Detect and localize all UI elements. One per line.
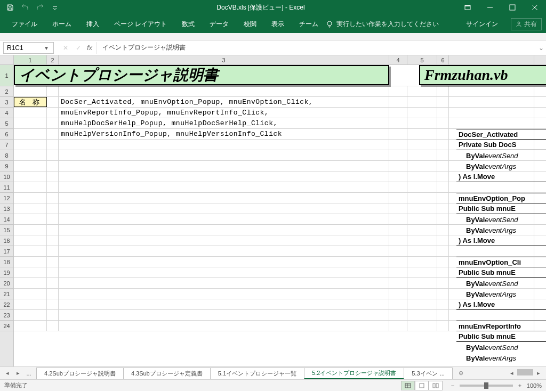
- tab-insert[interactable]: 挿入: [79, 15, 107, 33]
- col-header[interactable]: 6: [437, 55, 449, 64]
- sheet-tab-active[interactable]: 5.2イベントプロシージャ説明書: [304, 368, 404, 379]
- row-header[interactable]: 15: [0, 225, 13, 235]
- qat-customize-icon[interactable]: [48, 2, 62, 13]
- hscroll-left-icon[interactable]: ◂: [508, 369, 516, 378]
- tab-list-ellipsis[interactable]: ...: [25, 369, 33, 378]
- view-pagelayout-button[interactable]: [415, 381, 429, 390]
- tab-formulas[interactable]: 数式: [174, 15, 202, 33]
- person-icon: [516, 21, 522, 27]
- body-line: mnuEnvReportInfo_Popup, mnuEnvReportInfo…: [59, 108, 389, 118]
- code-block: mnuEnvOption_PopPublic Sub mnuEByVal eve…: [456, 193, 546, 246]
- save-button[interactable]: [3, 2, 17, 13]
- window-controls: [456, 0, 546, 15]
- close-button[interactable]: [524, 0, 546, 15]
- row-header[interactable]: 2: [0, 86, 13, 97]
- col-header[interactable]: 1: [14, 55, 47, 64]
- row-header[interactable]: 1: [0, 65, 13, 86]
- col-header[interactable]: 5: [407, 55, 437, 64]
- minimize-button[interactable]: [479, 0, 501, 15]
- tab-view[interactable]: 表示: [264, 15, 292, 33]
- ribbon-tabs: ファイル ホーム 挿入 ページ レイアウト 数式 データ 校閲 表示 チーム 実…: [0, 15, 546, 33]
- add-sheet-button[interactable]: ⊕: [455, 370, 467, 377]
- tab-file[interactable]: ファイル: [4, 15, 45, 33]
- name-box[interactable]: R1C1 ▾: [3, 42, 54, 54]
- module-title: Frmzuhan.vb: [419, 65, 546, 85]
- row-header[interactable]: 23: [0, 310, 13, 321]
- tab-review[interactable]: 校閲: [236, 15, 264, 33]
- view-pagebreak-button[interactable]: [429, 381, 443, 390]
- maximize-button[interactable]: [501, 0, 524, 15]
- formula-bar-expand-icon[interactable]: ⌄: [536, 44, 546, 52]
- fx-icon[interactable]: fx: [85, 44, 94, 52]
- enter-formula-button[interactable]: ✓: [72, 42, 85, 54]
- row-header[interactable]: 7: [0, 140, 13, 150]
- signin-button[interactable]: サインイン: [459, 15, 505, 33]
- row-header[interactable]: 3: [0, 97, 13, 108]
- code-signature: Private Sub DocS: [456, 140, 546, 150]
- row-header[interactable]: 20: [0, 278, 13, 289]
- redo-button[interactable]: [33, 2, 47, 13]
- row-header[interactable]: 11: [0, 182, 13, 193]
- hscroll-right-icon[interactable]: ▸: [534, 369, 543, 378]
- zoom-out-button[interactable]: −: [449, 382, 456, 389]
- zoom-slider[interactable]: [460, 385, 513, 387]
- sheet-tab[interactable]: 4.2Subプロシージャ説明書: [36, 368, 124, 379]
- cancel-formula-button[interactable]: ✕: [59, 42, 72, 54]
- code-block: mnuEnvReportInfoPublic Sub mnuEByVal eve…: [456, 321, 546, 363]
- row-header[interactable]: 8: [0, 150, 13, 161]
- code-end: ) As l.Move: [456, 235, 546, 246]
- col-header[interactable]: 3: [59, 55, 389, 64]
- tab-scroll-first-icon[interactable]: ◂: [3, 369, 12, 378]
- row-header[interactable]: 4: [0, 108, 13, 118]
- row-header[interactable]: 13: [0, 203, 13, 214]
- hscroll-thumb[interactable]: [517, 369, 533, 375]
- col-header[interactable]: [449, 55, 534, 64]
- row-header[interactable]: 24: [0, 321, 13, 331]
- col-header[interactable]: 4: [389, 55, 407, 64]
- row-header[interactable]: 19: [0, 267, 13, 278]
- code-header: mnuEnvOption_Cli: [456, 257, 546, 267]
- col-header[interactable]: 2: [47, 55, 59, 64]
- name-box-dropdown-icon[interactable]: ▾: [43, 44, 50, 52]
- code-line: ByVal eventArgs: [456, 353, 546, 363]
- tab-pagelayout[interactable]: ページ レイアウト: [107, 15, 174, 33]
- row-header[interactable]: 18: [0, 257, 13, 267]
- svg-point-4: [327, 21, 332, 26]
- tab-team[interactable]: チーム: [292, 15, 326, 33]
- sheet-tab[interactable]: 5.3イベン ...: [404, 368, 452, 379]
- cell-grid[interactable]: イベントプロシージャ説明書 Frmzuhan.vb 名 称 DocSer_Act…: [14, 65, 546, 366]
- tab-scroll-prev-icon[interactable]: ▸: [14, 369, 22, 378]
- row-header[interactable]: 6: [0, 129, 13, 140]
- formula-input[interactable]: イベントプロシージャ説明書: [97, 42, 536, 54]
- tell-me-search[interactable]: 実行したい作業を入力してください: [326, 20, 439, 29]
- sheet-tab[interactable]: 5.1イベントプロシージャ一覧: [210, 368, 304, 379]
- row-header[interactable]: 16: [0, 235, 13, 246]
- row-header[interactable]: 12: [0, 193, 13, 203]
- ribbon-display-button[interactable]: [456, 0, 479, 15]
- row-header[interactable]: 17: [0, 246, 13, 257]
- view-normal-button[interactable]: [401, 381, 415, 390]
- code-end: ) As l.Move: [456, 299, 546, 310]
- code-header: DocSer_Activated: [456, 129, 546, 140]
- row-header[interactable]: 9: [0, 161, 13, 172]
- code-header: mnuEnvReportInfo: [456, 321, 546, 331]
- select-all-corner[interactable]: [0, 55, 14, 64]
- body-line: DocSer_Activated, mnuEnvOption_Popup, mn…: [59, 97, 389, 107]
- row-header[interactable]: 21: [0, 289, 13, 299]
- row-header[interactable]: 5: [0, 118, 13, 129]
- zoom-thumb[interactable]: [484, 382, 488, 389]
- code-end: ) As l.Move: [456, 172, 546, 182]
- sheet-tab[interactable]: 4.3Subプロシージャ定義書: [123, 368, 211, 379]
- row-header[interactable]: 14: [0, 214, 13, 225]
- undo-button[interactable]: [18, 2, 32, 13]
- share-button[interactable]: 共有: [511, 18, 542, 30]
- code-line: ByVal eventArgs: [456, 289, 546, 299]
- tab-home[interactable]: ホーム: [45, 15, 79, 33]
- code-signature: Public Sub mnuE: [456, 203, 546, 214]
- row-header[interactable]: 10: [0, 172, 13, 182]
- zoom-in-button[interactable]: +: [516, 382, 524, 389]
- status-ready: 準備完了: [4, 381, 401, 389]
- row-header[interactable]: 22: [0, 299, 13, 310]
- tab-data[interactable]: データ: [202, 15, 236, 33]
- zoom-value[interactable]: 100%: [527, 382, 542, 389]
